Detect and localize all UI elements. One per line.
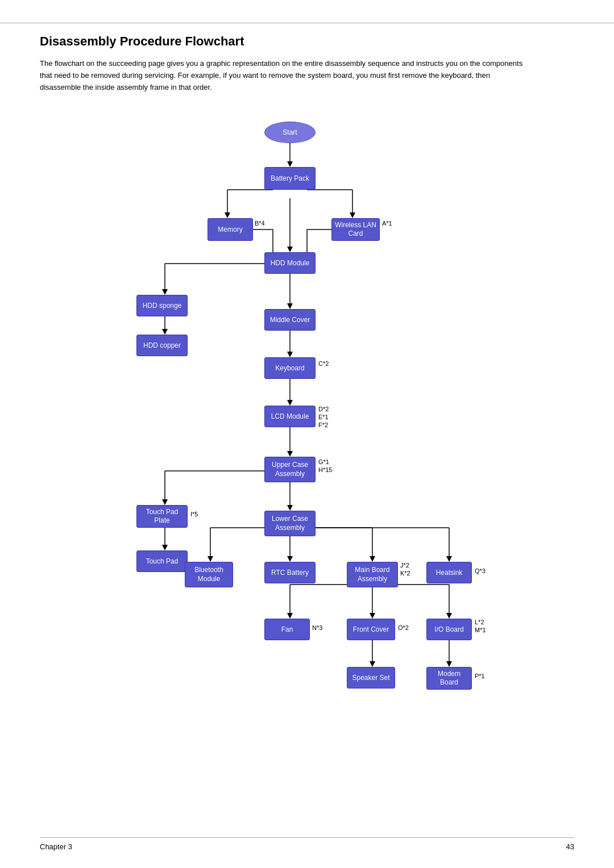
page-title: Disassembly Procedure Flowchart bbox=[40, 34, 574, 49]
front-cover-node: Front Cover bbox=[347, 619, 395, 640]
upper-case-node: Upper Case Assembly bbox=[264, 457, 316, 482]
svg-marker-38 bbox=[287, 556, 293, 562]
svg-marker-18 bbox=[162, 329, 168, 335]
lcd-module-node: LCD Module bbox=[264, 406, 316, 427]
footer: Chapter 3 43 bbox=[40, 837, 574, 851]
svg-marker-44 bbox=[446, 556, 452, 562]
middle-cover-node: Middle Cover bbox=[264, 309, 316, 331]
p1-label: P*1 bbox=[475, 673, 485, 679]
hdd-sponge-node: HDD sponge bbox=[136, 295, 188, 316]
k2-label: K*2 bbox=[400, 570, 410, 577]
start-node: Start bbox=[264, 122, 316, 143]
q3-label: Q*3 bbox=[475, 567, 486, 574]
svg-marker-41 bbox=[370, 556, 375, 562]
n3-label: N*3 bbox=[312, 624, 322, 631]
top-border bbox=[0, 23, 614, 23]
svg-marker-54 bbox=[370, 661, 375, 667]
svg-marker-7 bbox=[350, 212, 355, 218]
e1-label: E*1 bbox=[318, 414, 329, 420]
touch-pad-node: Touch Pad bbox=[136, 550, 188, 572]
svg-marker-33 bbox=[287, 505, 293, 511]
svg-marker-29 bbox=[162, 499, 168, 505]
rtc-battery-node: RTC Battery bbox=[264, 562, 316, 583]
svg-marker-22 bbox=[287, 352, 293, 357]
svg-marker-20 bbox=[287, 303, 293, 309]
j2-label: J*2 bbox=[400, 562, 409, 569]
touch-pad-plate-node: Touch Pad Plate bbox=[136, 505, 188, 528]
connector-lines bbox=[51, 110, 563, 752]
svg-marker-26 bbox=[287, 451, 293, 457]
hdd-module-node: HDD Module bbox=[264, 252, 316, 274]
svg-marker-24 bbox=[287, 400, 293, 406]
d2-label: D*2 bbox=[318, 406, 329, 412]
svg-marker-31 bbox=[162, 545, 168, 550]
main-board-node: Main Board Assembly bbox=[347, 562, 398, 587]
a1-label: A*1 bbox=[382, 220, 392, 227]
memory-node: Memory bbox=[208, 218, 253, 241]
svg-marker-56 bbox=[446, 661, 452, 667]
svg-marker-47 bbox=[287, 613, 293, 619]
h15-label: H*15 bbox=[318, 466, 332, 473]
lower-case-node: Lower Case Assembly bbox=[264, 511, 316, 536]
svg-marker-16 bbox=[162, 289, 168, 295]
bluetooth-node: Bluetooth Module bbox=[185, 562, 233, 587]
heatsink-node: Heatsink bbox=[426, 562, 472, 583]
f2-label: F*2 bbox=[318, 422, 328, 428]
hdd-copper-node: HDD copper bbox=[136, 335, 188, 356]
g1-label: G*1 bbox=[318, 458, 329, 465]
svg-marker-36 bbox=[208, 556, 213, 562]
svg-marker-52 bbox=[446, 613, 452, 619]
footer-page: 43 bbox=[566, 842, 574, 851]
o2-label: O*2 bbox=[398, 624, 409, 631]
b4-label: B*4 bbox=[255, 220, 265, 227]
speaker-set-node: Speaker Set bbox=[347, 667, 395, 688]
svg-marker-4 bbox=[225, 212, 230, 218]
svg-marker-49 bbox=[370, 613, 375, 619]
modem-board-node: Modem Board bbox=[426, 667, 472, 690]
fan-node: Fan bbox=[264, 619, 310, 640]
keyboard-node: Keyboard bbox=[264, 357, 316, 379]
battery-pack-node: Battery Pack bbox=[264, 167, 316, 190]
footer-chapter: Chapter 3 bbox=[40, 842, 72, 851]
l2-label: L*2 bbox=[475, 619, 484, 625]
svg-marker-1 bbox=[287, 161, 293, 167]
io-board-node: I/O Board bbox=[426, 619, 472, 640]
wireless-lan-node: Wireless LAN Card bbox=[331, 218, 380, 241]
flowchart: Start Battery Pack Memory B*4 Wireless L… bbox=[51, 110, 563, 752]
svg-marker-9 bbox=[287, 247, 293, 252]
description: The flowchart on the succeeding page giv… bbox=[40, 58, 529, 93]
c2-label: C*2 bbox=[318, 360, 329, 367]
page: Disassembly Procedure Flowchart The flow… bbox=[0, 0, 614, 868]
m1-label: M*1 bbox=[475, 627, 486, 633]
i5-label: I*5 bbox=[190, 511, 198, 518]
